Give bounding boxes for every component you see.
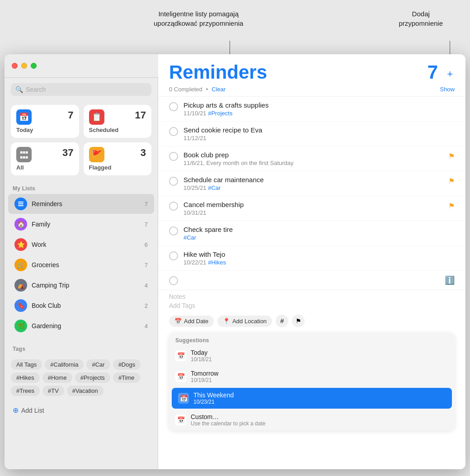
suggestion-weekend-date: 10/23/21 [193,399,234,405]
suggestion-tomorrow-date: 10/19/21 [191,377,218,383]
suggestion-today[interactable]: 📅 Today 10/18/21 [169,345,455,366]
add-list-label: Add List [21,407,44,414]
family-icon: 🏠 [14,218,27,231]
add-date-button[interactable]: 📅 Add Date [169,316,214,327]
tag-home[interactable]: #Home [42,372,72,383]
sidebar-item-camping[interactable]: ⛺ Camping Trip 4 [8,275,154,295]
reminder-tag-r7[interactable]: #Hikes [208,259,226,266]
reminder-subtitle-r3: 11/6/21, Every month on the first Saturd… [183,160,443,166]
sidebar-item-groceries[interactable]: 🛒 Groceries 7 [8,255,154,275]
suggestion-custom[interactable]: 📅 Custom… Use the calendar to pick a dat… [169,410,455,430]
add-tags-label[interactable]: Add Tags [169,302,455,309]
tooltip-add-reminder: Dodaj przypomnienie [399,9,443,59]
reminder-tag-r4[interactable]: #Car [208,184,221,191]
all-label: All [16,164,74,171]
reminder-item-r2[interactable]: Send cookie recipe to Eva 11/12/21 [158,122,465,146]
reminder-checkbox-r6[interactable] [169,226,178,236]
suggestion-custom-date: Use the calendar to pick a date [191,420,265,427]
smart-card-scheduled[interactable]: 📋 17 Scheduled [84,105,152,138]
sidebar-item-bookclub[interactable]: 🔖 Book Club 2 [8,296,154,316]
tag-hikes[interactable]: #Hikes [11,372,40,383]
add-reminder-button[interactable]: + [445,66,455,82]
scheduled-label: Scheduled [89,127,146,133]
reminder-checkbox-r5[interactable] [169,202,178,211]
suggestions-header: Suggestions [169,333,455,345]
close-button[interactable] [12,63,18,69]
svg-rect-1 [18,203,24,204]
reminder-checkbox-r3[interactable] [169,152,178,161]
reminder-count: 7 [428,61,438,83]
reminder-item-r3[interactable]: Book club prep 11/6/21, Every month on t… [158,146,465,171]
flag-toolbar-button[interactable]: ⚑ [292,315,305,327]
bookclub-icon: 🔖 [14,299,27,312]
titlebar [5,54,158,78]
suggestion-tomorrow[interactable]: 📅 Tomorrow 10/19/21 [169,366,455,387]
reminder-item-r1[interactable]: Pickup arts & crafts supplies 11/10/21 #… [158,97,465,122]
smart-card-flagged[interactable]: 🚩 3 Flagged [84,142,152,175]
reminder-item-r7[interactable]: Hike with Tejo 10/22/21 #Hikes [158,246,465,271]
groceries-icon: 🛒 [14,259,27,271]
sidebar-item-reminders[interactable]: Reminders 7 [8,194,154,214]
tag-car[interactable]: #Car [86,359,110,370]
reminder-item-r4[interactable]: Schedule car maintenance 10/25/21 #Car ⚑ [158,171,465,196]
sidebar-item-work[interactable]: ⭐ Work 6 [8,235,154,254]
reminder-checkbox-r4[interactable] [169,177,178,186]
reminder-tag-r6[interactable]: #Car [183,234,196,241]
calendar-icon: 📅 [174,318,182,325]
info-button[interactable]: ℹ️ [445,275,455,285]
tag-california[interactable]: #California [45,359,84,370]
tag-all-tags[interactable]: All Tags [11,359,42,370]
gardening-icon: 🌿 [14,320,27,332]
reminder-checkbox-r1[interactable] [169,102,178,111]
smart-card-all[interactable]: ■■■■■■ 37 All [11,142,79,175]
camping-icon: ⛺ [14,279,27,292]
reminder-item-r6[interactable]: Check spare tire #Car [158,221,465,246]
tag-projects[interactable]: #Projects [75,372,110,383]
notes-area: Notes Add Tags [158,290,465,312]
tag-trees[interactable]: #Trees [11,386,40,396]
svg-rect-0 [18,202,24,203]
suggestion-today-title: Today [191,349,212,356]
suggestion-today-date: 10/18/21 [191,356,212,363]
search-bar[interactable]: 🔍 Search [11,83,151,96]
scheduled-icon: 📋 [89,109,104,125]
add-list-button[interactable]: ⊕ Add List [5,401,158,419]
reminder-checkbox-r2[interactable] [169,127,178,136]
tags-wrap: All Tags #California #Car #Dogs #Hikes #… [11,359,151,396]
completed-bar: 0 Completed • Clear Show [158,83,465,97]
clear-button[interactable]: Clear [212,86,226,93]
reminders-list: Pickup arts & crafts supplies 11/10/21 #… [158,97,465,469]
sidebar-item-family[interactable]: 🏠 Family 7 [8,214,154,234]
camping-label: Camping Trip [32,282,140,289]
tag-time[interactable]: #Time [113,372,140,383]
new-reminder-row[interactable]: ℹ️ [158,271,465,290]
add-location-button[interactable]: 📍 Add Location [217,316,272,327]
smart-card-today[interactable]: 📅 7 Today [11,105,79,138]
sidebar-item-gardening[interactable]: 🌿 Gardening 4 [8,316,154,336]
suggestion-today-icon: 📅 [175,350,186,361]
bookclub-label: Book Club [32,302,140,309]
tag-tv[interactable]: #TV [42,386,64,396]
tag-dogs[interactable]: #Dogs [113,359,141,370]
maximize-button[interactable] [31,63,37,69]
suggestion-tomorrow-icon: 📅 [175,371,186,382]
tag-vacation[interactable]: #Vacation [67,386,103,396]
reminder-subtitle-r4: 10/25/21 #Car [183,184,443,191]
reminder-tag-r1[interactable]: #Projects [208,110,232,117]
camping-count: 4 [145,282,148,289]
sidebar: 🔍 Search 📅 7 Today 📋 17 Scheduled [5,54,158,469]
gardening-label: Gardening [32,322,140,330]
reminder-flag-r3: ⚑ [448,152,455,160]
reminder-item-r5[interactable]: Cancel membership 10/31/21 ⚑ [158,196,465,221]
hashtag-button[interactable]: # [276,315,288,327]
reminder-title-r4: Schedule car maintenance [183,176,443,184]
all-count: 37 [62,147,73,159]
suggestion-this-weekend[interactable]: 📅 This Weekend 10/23/21 [172,388,452,409]
new-reminder-checkbox[interactable] [169,276,178,285]
search-input[interactable]: Search [26,86,46,93]
show-button[interactable]: Show [440,86,455,93]
family-label: Family [32,221,140,228]
reminder-checkbox-r7[interactable] [169,251,178,260]
minimize-button[interactable] [21,63,27,69]
notes-label[interactable]: Notes [169,293,455,300]
